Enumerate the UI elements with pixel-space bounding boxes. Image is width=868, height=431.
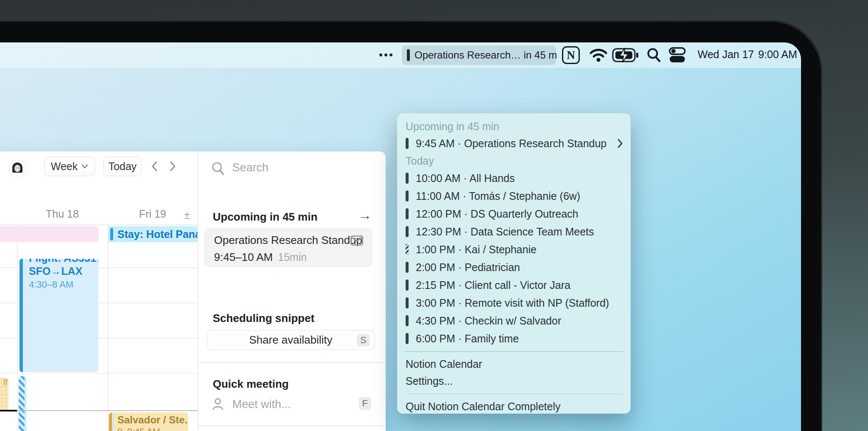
tray-event-item[interactable]: 4:30 PM · Checkin w/ Salvador	[397, 312, 631, 330]
event-salvador[interactable]: Salvador / Ste... 9–9:45 AM	[109, 412, 188, 431]
card-event-title: Operations Research Standup	[214, 234, 362, 247]
tray-event-item[interactable]: 11:00 AM · Tomás / Stephanie (6w)	[397, 187, 631, 205]
menu-item-app-name[interactable]: Notion Calendar	[397, 356, 631, 373]
control-center-icon[interactable]	[669, 47, 687, 63]
search-icon	[211, 161, 225, 176]
meet-with-input[interactable]	[231, 397, 350, 411]
email-icon[interactable]	[351, 235, 363, 246]
grid-line-vertical	[17, 224, 18, 431]
tray-event-item[interactable]: 6:00 PM · Family time	[397, 330, 631, 347]
tray-event-item[interactable]: 2:00 PM · Pediatrician	[397, 258, 631, 276]
menu-item-settings[interactable]: Settings...	[397, 373, 631, 390]
menu-item-quit[interactable]: Quit Notion Calendar Completely	[397, 398, 631, 414]
event-color-bar	[19, 259, 23, 372]
event-bar-icon	[406, 333, 409, 344]
tray-upcoming-header: Upcoming in 45 min	[397, 118, 631, 134]
person-icon	[211, 397, 224, 411]
scheduling-section-header: Scheduling snippet	[213, 312, 314, 325]
event-bar-icon	[406, 138, 409, 149]
menu-divider	[405, 351, 623, 352]
event-bar-icon	[406, 208, 409, 219]
event-bar-icon	[406, 173, 409, 184]
notion-app-icon[interactable]: N	[562, 46, 580, 64]
wifi-icon[interactable]	[589, 48, 608, 63]
shortcut-key-s: S	[357, 334, 370, 347]
chevron-down-icon	[81, 164, 88, 169]
tray-event-item[interactable]: 1:00 PM · Kai / Stephanie	[397, 241, 631, 258]
event-color-bar	[110, 228, 113, 241]
card-event-duration: 15min	[278, 251, 307, 263]
card-event-time: 9:45–10 AM	[214, 251, 273, 264]
event-route: SFO→LAX	[29, 265, 98, 277]
battery-charging-icon[interactable]	[612, 47, 639, 63]
menubar-clock[interactable]: 9:00 AM	[758, 48, 797, 61]
event-bar-icon	[407, 49, 410, 61]
menu-overflow-icon[interactable]	[379, 53, 392, 56]
tray-event-item[interactable]: 10:00 AM · All Hands	[397, 169, 631, 187]
allday-event-pink[interactable]	[0, 226, 99, 242]
upcoming-section-header: Upcoming in 45 min	[213, 210, 317, 224]
event-flight[interactable]: Flight: AS3317 SFO→LAX 4:30–8 AM	[19, 259, 98, 372]
macos-desktop: Operations Research… in 45 m N	[0, 42, 801, 431]
timezone-adjust-icon[interactable]: ±	[184, 209, 190, 222]
grid-line-vertical	[108, 224, 108, 431]
day-header-fri[interactable]: Fri 19	[131, 208, 174, 220]
next-week-button[interactable]	[167, 160, 178, 172]
section-divider	[198, 425, 386, 426]
menu-divider	[405, 394, 623, 395]
tray-event-item[interactable]: 3:00 PM · Remote visit with NP (Stafford…	[397, 294, 631, 312]
upcoming-event-card[interactable]: Operations Research Standup 9:45–10 AM 1…	[204, 228, 373, 267]
today-button[interactable]: Today	[103, 157, 142, 176]
section-divider	[198, 362, 386, 363]
spotlight-search-icon[interactable]	[646, 47, 661, 63]
event-bar-icon	[406, 262, 409, 273]
hour-line	[0, 373, 198, 374]
tray-today-header: Today	[397, 152, 631, 169]
tray-event-item[interactable]: 12:30 PM · Data Science Team Meets	[397, 223, 631, 241]
event-color-bar-secondary	[112, 412, 114, 431]
arrow-right-icon[interactable]: →	[359, 208, 372, 223]
tray-upcoming-item[interactable]: 9:45 AM · Operations Research Standup	[397, 134, 631, 152]
prev-week-button[interactable]	[149, 160, 160, 172]
tray-event-item[interactable]: 12:00 PM · DS Quarterly Outreach	[397, 205, 631, 223]
event-bar-icon-striped	[406, 244, 409, 255]
marketing-backdrop: Operations Research… in 45 m N	[0, 0, 868, 431]
event-time: 4:30–8 AM	[29, 279, 98, 290]
event-color-bar	[109, 412, 112, 431]
menu-bar: Operations Research… in 45 m N	[0, 42, 801, 68]
panel-divider	[198, 151, 198, 431]
notion-calendar-window: Week Today Thu 18 Fri 19 ±	[0, 151, 386, 431]
avatar[interactable]	[8, 159, 26, 177]
search-input[interactable]	[231, 161, 359, 175]
tray-event-item[interactable]: 2:15 PM · Client call - Victor Jara	[397, 276, 631, 294]
notion-calendar-tray-menu: Upcoming in 45 min 9:45 AM · Operations …	[397, 113, 631, 414]
menubar-date[interactable]: Wed Jan 17	[698, 48, 754, 61]
event-hold-striped[interactable]	[19, 376, 27, 431]
shortcut-key-f: F	[359, 397, 371, 410]
event-bar-icon	[406, 315, 409, 326]
current-time-indicator	[0, 410, 17, 411]
event-bar-icon	[406, 280, 409, 291]
chevron-right-icon	[617, 138, 623, 148]
share-availability-button[interactable]: Share availability S	[207, 330, 375, 350]
header-separator	[0, 224, 198, 225]
notion-calendar-menubar-item[interactable]: Operations Research… in 45 m	[402, 45, 556, 65]
event-bar-icon	[406, 226, 409, 237]
view-selector-dropdown[interactable]: Week	[44, 157, 95, 176]
event-bar-icon	[406, 297, 409, 308]
day-header-thu[interactable]: Thu 18	[41, 208, 83, 220]
menubar-event-label: Operations Research… in 45 m	[415, 49, 557, 61]
allday-event-stay[interactable]: Stay: Hotel Panamer	[108, 226, 198, 242]
quick-meeting-header: Quick meeting	[213, 378, 289, 391]
hour-line-9am	[17, 410, 198, 411]
event-fragment-yellow[interactable]: ff	[0, 378, 8, 410]
event-title-clipped: Flight: AS3317	[29, 259, 98, 264]
event-bar-icon	[406, 190, 409, 202]
